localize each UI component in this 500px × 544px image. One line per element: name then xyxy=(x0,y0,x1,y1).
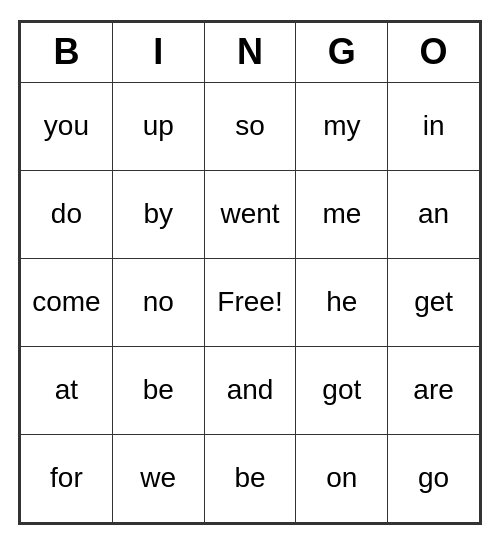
cell-r4-c4[interactable]: go xyxy=(388,434,480,522)
cell-r0-c3[interactable]: my xyxy=(296,82,388,170)
cell-r4-c1[interactable]: we xyxy=(112,434,204,522)
cell-r1-c4[interactable]: an xyxy=(388,170,480,258)
header-n: N xyxy=(204,22,296,82)
header-i: I xyxy=(112,22,204,82)
table-row: comenoFree!heget xyxy=(21,258,480,346)
cell-r2-c3[interactable]: he xyxy=(296,258,388,346)
cell-r2-c4[interactable]: get xyxy=(388,258,480,346)
table-row: atbeandgotare xyxy=(21,346,480,434)
cell-r2-c0[interactable]: come xyxy=(21,258,113,346)
cell-r4-c0[interactable]: for xyxy=(21,434,113,522)
header-g: G xyxy=(296,22,388,82)
cell-r1-c3[interactable]: me xyxy=(296,170,388,258)
table-row: youupsomyin xyxy=(21,82,480,170)
cell-r1-c1[interactable]: by xyxy=(112,170,204,258)
cell-r1-c0[interactable]: do xyxy=(21,170,113,258)
cell-r2-c1[interactable]: no xyxy=(112,258,204,346)
cell-r3-c4[interactable]: are xyxy=(388,346,480,434)
cell-r3-c1[interactable]: be xyxy=(112,346,204,434)
cell-r4-c3[interactable]: on xyxy=(296,434,388,522)
header-row: B I N G O xyxy=(21,22,480,82)
cell-r1-c2[interactable]: went xyxy=(204,170,296,258)
header-o: O xyxy=(388,22,480,82)
cell-r0-c0[interactable]: you xyxy=(21,82,113,170)
cell-r3-c0[interactable]: at xyxy=(21,346,113,434)
bingo-table: B I N G O youupsomyindobywentmeancomenoF… xyxy=(20,22,480,523)
table-row: dobywentmean xyxy=(21,170,480,258)
header-b: B xyxy=(21,22,113,82)
table-row: forwebeongo xyxy=(21,434,480,522)
cell-r0-c1[interactable]: up xyxy=(112,82,204,170)
cell-r0-c4[interactable]: in xyxy=(388,82,480,170)
bingo-card: B I N G O youupsomyindobywentmeancomenoF… xyxy=(18,20,482,525)
cell-r3-c3[interactable]: got xyxy=(296,346,388,434)
cell-r0-c2[interactable]: so xyxy=(204,82,296,170)
cell-r2-c2[interactable]: Free! xyxy=(204,258,296,346)
cell-r4-c2[interactable]: be xyxy=(204,434,296,522)
cell-r3-c2[interactable]: and xyxy=(204,346,296,434)
